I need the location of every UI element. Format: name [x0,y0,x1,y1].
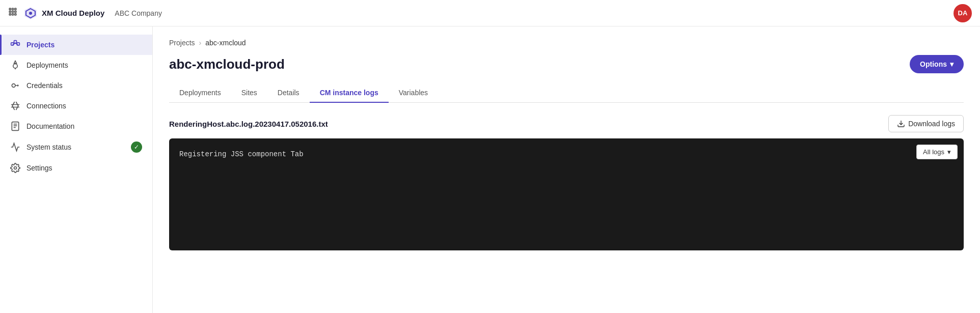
credentials-icon [10,80,20,91]
log-viewer: Registering JSS component Tab All logs ▾ [169,138,964,250]
svg-rect-0 [9,8,11,10]
sidebar-item-documentation[interactable]: Documentation [0,116,152,136]
log-filename: RenderingHost.abc.log.20230417.052016.tx… [169,120,328,128]
svg-point-19 [12,84,15,88]
svg-rect-1 [12,8,14,10]
sidebar-item-projects[interactable]: Projects [0,35,152,55]
settings-icon [10,163,20,173]
svg-rect-3 [9,11,11,13]
sidebar-item-label: Credentials [26,81,63,90]
svg-point-24 [14,167,17,169]
log-filter-dropdown[interactable]: All logs ▾ [916,145,958,159]
log-content: Registering JSS component Tab [179,150,304,158]
user-avatar[interactable]: DA [954,4,972,22]
svg-point-11 [29,12,32,15]
sidebar-item-label: Deployments [26,61,68,69]
svg-rect-5 [15,11,16,13]
check-badge: ✓ [131,141,142,153]
connections-icon [10,101,20,111]
page-title: abc-xmcloud-prod [169,56,285,72]
app-name: XM Cloud Deploy [42,9,104,17]
system-status-icon [10,142,20,152]
tab-details[interactable]: Details [267,83,310,103]
projects-icon [10,40,20,50]
tabs: Deployments Sites Details CM instance lo… [169,83,964,103]
sidebar-item-label: Projects [26,41,55,49]
svg-rect-13 [14,41,17,43]
tab-cm-instance-logs[interactable]: CM instance logs [310,83,389,103]
sidebar-item-credentials[interactable]: Credentials [0,75,152,96]
tab-deployments[interactable]: Deployments [169,83,231,103]
options-button[interactable]: Options ▾ [910,55,964,73]
log-filter-label: All logs [923,148,944,156]
sidebar-item-system-status[interactable]: System status ✓ [0,136,152,158]
options-arrow-icon: ▾ [950,60,954,68]
sidebar: Projects Deployments Credentials [0,26,153,313]
tab-sites[interactable]: Sites [231,83,267,103]
svg-rect-8 [15,14,16,15]
page-header: abc-xmcloud-prod Options ▾ [169,55,964,73]
documentation-icon [10,121,20,131]
log-filter-arrow-icon: ▾ [947,148,951,156]
main-content: Projects › abc-xmcloud abc-xmcloud-prod … [153,26,980,313]
topnav: XM Cloud Deploy ABC Company DA [0,0,980,26]
status-badge: ✓ [131,141,142,153]
log-header: RenderingHost.abc.log.20230417.052016.tx… [169,115,964,132]
logo-icon [23,6,38,20]
grid-icon[interactable] [8,7,17,19]
tab-variables[interactable]: Variables [389,83,438,103]
download-logs-label: Download logs [908,120,955,128]
breadcrumb-current: abc-xmcloud [205,39,246,47]
svg-rect-6 [9,14,11,15]
sidebar-item-settings[interactable]: Settings [0,158,152,178]
options-label: Options [920,60,947,68]
download-icon [897,120,905,128]
sidebar-item-label: System status [26,143,71,151]
svg-rect-7 [12,14,14,15]
app-logo: XM Cloud Deploy [23,6,104,20]
sidebar-item-label: Connections [26,102,66,110]
deployments-icon [10,60,20,70]
breadcrumb-separator: › [199,39,202,47]
breadcrumb-parent[interactable]: Projects [169,39,195,47]
svg-point-17 [13,64,17,68]
download-logs-button[interactable]: Download logs [888,115,964,132]
sidebar-item-label: Documentation [26,122,74,130]
company-name: ABC Company [115,9,162,17]
sidebar-item-connections[interactable]: Connections [0,96,152,116]
breadcrumb: Projects › abc-xmcloud [169,39,964,47]
svg-rect-2 [15,8,16,10]
sidebar-item-label: Settings [26,164,52,172]
svg-rect-4 [12,11,14,13]
sidebar-item-deployments[interactable]: Deployments [0,55,152,75]
